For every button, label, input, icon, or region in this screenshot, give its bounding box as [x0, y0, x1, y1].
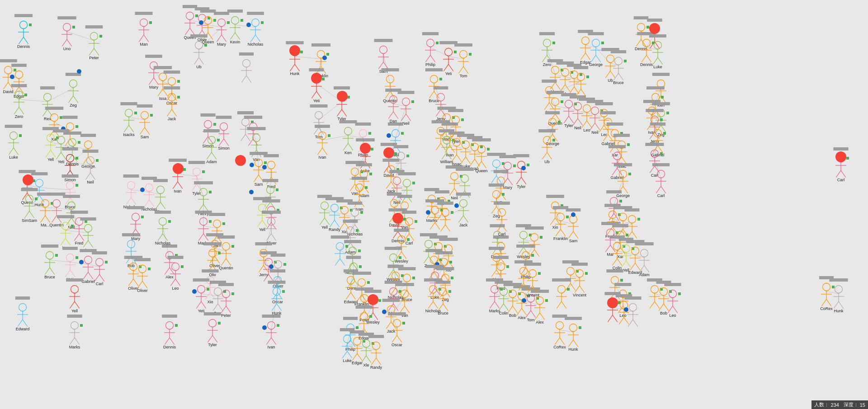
- node-count: 人数： 234: [814, 401, 839, 408]
- status-bar: 人数： 234 深度： 15: [811, 400, 868, 409]
- graph-canvas[interactable]: [0, 0, 868, 409]
- depth-value: 15: [860, 402, 865, 408]
- count-value: 234: [830, 402, 839, 408]
- depth-display: 深度： 15: [844, 401, 865, 408]
- visualization-canvas[interactable]: 人数： 234 深度： 15: [0, 0, 868, 409]
- count-label: 人数：: [814, 401, 829, 408]
- depth-label: 深度：: [844, 401, 859, 408]
